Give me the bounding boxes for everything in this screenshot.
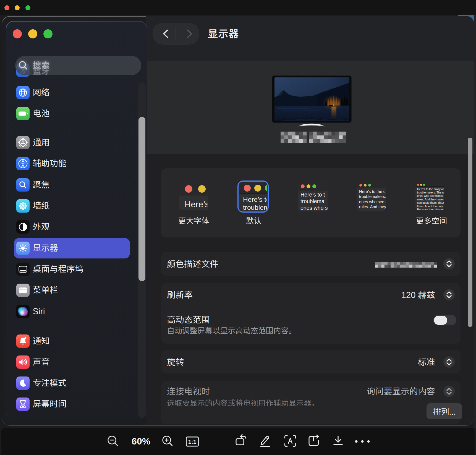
- svg-text:1:1: 1:1: [188, 438, 197, 445]
